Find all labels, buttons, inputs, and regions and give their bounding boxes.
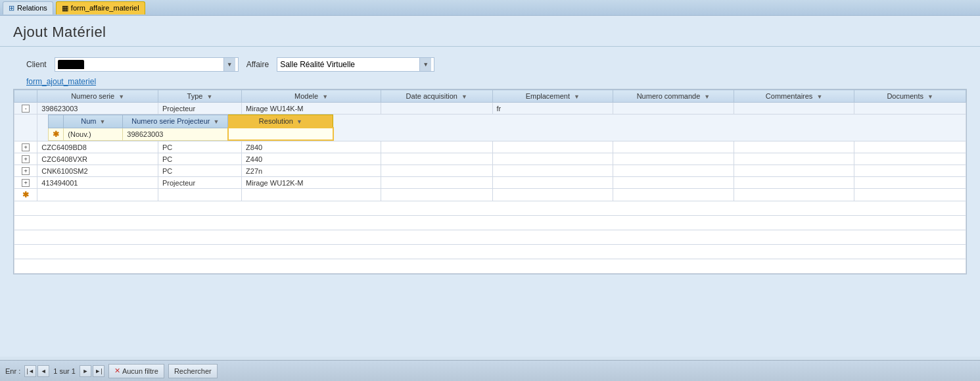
- row5-emplacement: [492, 177, 613, 189]
- col-num-commande-header[interactable]: Numero commande ▼: [613, 90, 734, 103]
- table-row[interactable]: + CZC6408VXR PC Z440: [14, 153, 966, 165]
- row3-date: [381, 153, 492, 165]
- row1-documents: [854, 103, 966, 114]
- tab-relations[interactable]: ⊞ Relations: [3, 1, 53, 14]
- empty-row: [14, 245, 966, 259]
- row1-indicator: -: [14, 103, 37, 114]
- row5-expand-btn[interactable]: +: [22, 179, 30, 187]
- col-emplacement-sort-icon: ▼: [574, 93, 580, 100]
- empty-row: [14, 230, 966, 245]
- nav-last-btn[interactable]: ►|: [93, 365, 105, 377]
- sub-row1-resolution-input[interactable]: [228, 128, 333, 140]
- row4-num-cmd: [613, 165, 734, 177]
- page-title: Ajout Matériel: [13, 24, 967, 41]
- new-row-commentaires: [734, 189, 854, 201]
- table-row[interactable]: + 413494001 Projecteur Mirage WU12K-M: [14, 177, 966, 189]
- sub-col-proj-sort: ▼: [213, 118, 219, 125]
- row2-indicator: +: [14, 141, 37, 153]
- row5-num-cmd: [613, 177, 734, 189]
- search-btn-label: Rechercher: [174, 367, 212, 375]
- row1-emplacement: fr: [492, 103, 613, 114]
- row5-documents: [854, 177, 966, 189]
- row4-indicator: +: [14, 165, 37, 177]
- row2-type: PC: [158, 141, 241, 153]
- client-value: ████: [58, 60, 221, 69]
- affaire-value: Salle Réalité Virtuelle: [280, 60, 417, 69]
- affaire-dropdown-arrow[interactable]: ▼: [419, 58, 431, 71]
- row1-expand-btn[interactable]: -: [22, 105, 30, 113]
- client-select[interactable]: ████ ▼: [55, 57, 239, 72]
- no-filter-label: Aucun filtre: [122, 367, 158, 375]
- affaire-select[interactable]: Salle Réalité Virtuelle ▼: [277, 57, 434, 72]
- row1-num-serie: 398623003: [37, 103, 158, 114]
- row3-emplacement: [492, 153, 613, 165]
- new-row-documents: [854, 189, 966, 201]
- sub-col-num-sort: ▼: [100, 118, 106, 125]
- row2-expand-btn[interactable]: +: [22, 143, 30, 151]
- table-body: - 398623003 Projecteur Mirage WU14K-M fr: [14, 103, 966, 274]
- sub-col-resolution-header[interactable]: Resolution ▼: [228, 115, 333, 128]
- sub-col-resolution-sort: ▼: [296, 118, 302, 125]
- client-dropdown-arrow[interactable]: ▼: [223, 58, 235, 71]
- client-masked: ████: [58, 60, 84, 69]
- col-num-cmd-sort-icon: ▼: [704, 93, 710, 100]
- sub-row1-num-serie: 398623003: [123, 128, 228, 140]
- row4-emplacement: [492, 165, 613, 177]
- col-documents-sort-icon: ▼: [927, 93, 933, 100]
- new-row-emplacement: [492, 189, 613, 201]
- table-row[interactable]: - 398623003 Projecteur Mirage WU14K-M fr: [14, 103, 966, 114]
- page-header: Ajout Matériel: [0, 16, 980, 47]
- tab-relations-label: Relations: [17, 4, 47, 12]
- row5-commentaires: [734, 177, 854, 189]
- sub-table-header-row: Num ▼ Numero serie Projecteur ▼: [49, 115, 333, 128]
- col-numero-serie-header[interactable]: Numero serie ▼: [37, 90, 158, 103]
- row4-modele: Z27n: [242, 165, 381, 177]
- sub-col-num-serie-proj-header[interactable]: Numero serie Projecteur ▼: [123, 115, 228, 128]
- row4-documents: [854, 165, 966, 177]
- subform-label[interactable]: form_ajout_materiel: [26, 77, 967, 86]
- col-emplacement-header[interactable]: Emplacement ▼: [492, 90, 613, 103]
- col-type-header[interactable]: Type ▼: [158, 90, 241, 103]
- row2-documents: [854, 141, 966, 153]
- row3-num-cmd: [613, 153, 734, 165]
- row3-type: PC: [158, 153, 241, 165]
- search-btn[interactable]: Rechercher: [168, 364, 218, 378]
- content-area: Client ████ ▼ Affaire Salle Réalité Virt…: [0, 47, 980, 357]
- form-fields-row: Client ████ ▼ Affaire Salle Réalité Virt…: [26, 52, 967, 77]
- tab-form-affaire-materiel[interactable]: ▦ form_affaire_materiel: [56, 1, 145, 14]
- sub-table-new-row[interactable]: ✱ (Nouv.) 398623003: [49, 128, 333, 140]
- new-row-indicator-cell: ✱: [14, 189, 37, 201]
- sub-row1-num: (Nouv.): [64, 128, 123, 140]
- row3-expand-btn[interactable]: +: [22, 155, 30, 163]
- col-documents-header[interactable]: Documents ▼: [854, 90, 966, 103]
- col-date-acq-header[interactable]: Date acquisition ▼: [381, 90, 492, 103]
- row2-modele: Z840: [242, 141, 381, 153]
- record-label: Enr :: [5, 367, 20, 375]
- nav-first-btn[interactable]: |◄: [24, 365, 36, 377]
- col-commentaires-header[interactable]: Commentaires ▼: [734, 90, 854, 103]
- no-filter-btn[interactable]: ✕ Aucun filtre: [108, 364, 164, 378]
- new-row-num-cmd: [613, 189, 734, 201]
- row5-modele: Mirage WU12K-M: [242, 177, 381, 189]
- row4-expand-btn[interactable]: +: [22, 167, 30, 175]
- new-row-star-icon: ✱: [53, 130, 59, 139]
- table-row[interactable]: + CNK6100SM2 PC Z27n: [14, 165, 966, 177]
- new-row-num-serie: [37, 189, 158, 201]
- row2-emplacement: [492, 141, 613, 153]
- row4-num-serie: CNK6100SM2: [37, 165, 158, 177]
- row2-commentaires: [734, 141, 854, 153]
- nav-prev-btn[interactable]: ◄: [37, 365, 49, 377]
- new-row-main-star: ✱: [22, 190, 29, 199]
- col-modele-header[interactable]: Modele ▼: [242, 90, 381, 103]
- client-label: Client: [26, 60, 47, 69]
- row3-commentaires: [734, 153, 854, 165]
- main-table: Numero serie ▼ Type ▼ Modele ▼ Date ac: [14, 89, 966, 274]
- row4-commentaires: [734, 165, 854, 177]
- row4-type: PC: [158, 165, 241, 177]
- resolution-field[interactable]: [233, 130, 329, 138]
- row3-modele: Z440: [242, 153, 381, 165]
- sub-col-num-header[interactable]: Num ▼: [64, 115, 123, 128]
- nav-next-btn[interactable]: ►: [80, 365, 91, 377]
- new-record-row[interactable]: ✱: [14, 189, 966, 201]
- table-row[interactable]: + CZC6409BD8 PC Z840: [14, 141, 966, 153]
